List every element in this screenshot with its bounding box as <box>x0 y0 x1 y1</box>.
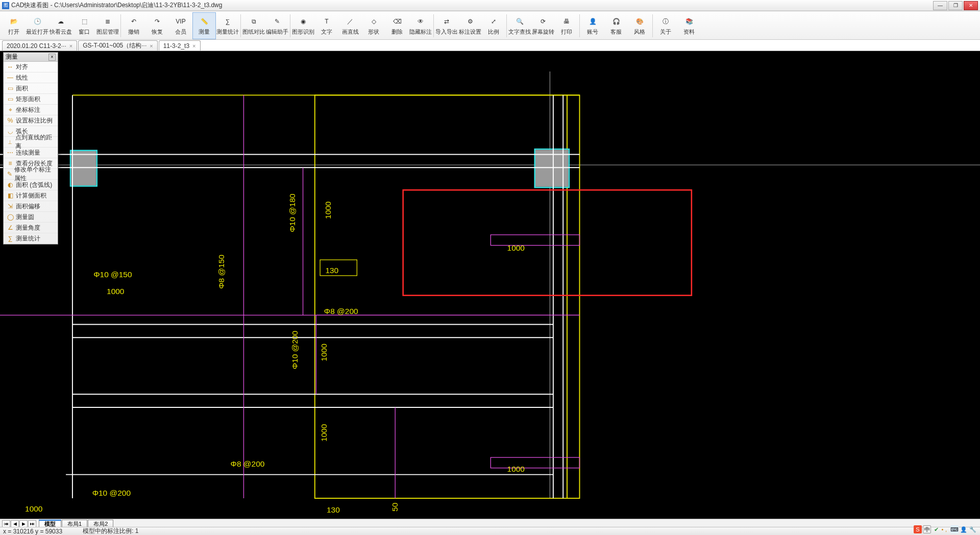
measure-item-icon: ≡ <box>7 160 14 167</box>
toolbar-account-button[interactable]: 👤账号 <box>581 12 604 39</box>
measure-item-icon: ◯ <box>7 213 14 221</box>
toolbar-edit-button[interactable]: ✎编辑助手 <box>265 12 289 39</box>
measure-item[interactable]: ↔对齐 <box>4 62 58 72</box>
toolbar-open-button[interactable]: 📂打开 <box>2 12 26 39</box>
toolbar-rotate-button[interactable]: ⟳屏幕旋转 <box>531 12 555 39</box>
measure-panel-header[interactable]: 测量 × <box>4 53 58 62</box>
measure-item[interactable]: ◐面积 (含弧线) <box>4 180 58 190</box>
toolbar-search-button[interactable]: 🔍文字查找 <box>508 12 531 39</box>
measure-item-icon: ∑ <box>7 235 14 242</box>
toolbar-label: 恢复 <box>152 28 163 36</box>
toolbar-compare-button[interactable]: ⧉图纸对比 <box>242 12 265 39</box>
toolbar-undo-button[interactable]: ↶撤销 <box>122 12 145 39</box>
svg-rect-6 <box>71 151 96 185</box>
minimize-button[interactable]: ― <box>933 1 947 10</box>
layout-nav-last[interactable]: ⏭ <box>28 520 36 527</box>
measure-item-label: 测量角度 <box>16 224 40 232</box>
measure-item[interactable]: ∠测量角度 <box>4 223 58 233</box>
delete-icon: ⌫ <box>391 16 403 27</box>
measure-item-icon: ◐ <box>7 181 14 188</box>
toolbar-shape-button[interactable]: ◇形状 <box>362 12 385 39</box>
measure-item[interactable]: —线性 <box>4 72 58 83</box>
toolbar-window-button[interactable]: ⬚窗口 <box>72 12 96 39</box>
toolbar-hide-button[interactable]: 👁隐藏标注 <box>409 12 432 39</box>
measure-item[interactable]: ⇲面积偏移 <box>4 201 58 212</box>
toolbar-text-button[interactable]: T文字 <box>315 12 338 39</box>
toolbar-measure-button[interactable]: 📏测量 <box>192 12 216 39</box>
tray-keyboard-icon[interactable]: ⌨ <box>950 525 959 533</box>
measure-item[interactable]: ⌖坐标标注 <box>4 105 58 115</box>
measure-item-label: 线性 <box>16 74 28 82</box>
measure-item[interactable]: ✎修改单个标注属性 <box>4 169 58 180</box>
toolbar-delete-button[interactable]: ⌫删除 <box>385 12 409 39</box>
toolbar-service-button[interactable]: 🎧客服 <box>604 12 628 39</box>
file-tab[interactable]: 2020.01.20 C11-3-2···× <box>2 40 77 51</box>
dim-label: 1000 <box>507 465 525 473</box>
svg-rect-27 <box>491 457 579 468</box>
toolbar-line-button[interactable]: ／画直线 <box>338 12 362 39</box>
toolbar-label: 导入导出 <box>435 28 458 36</box>
toolbar-style-button[interactable]: 🎨风格 <box>628 12 651 39</box>
toolbar-data-button[interactable]: 📚资料 <box>677 12 701 39</box>
file-tabbar: 2020.01.20 C11-3-2···×GS-T-001~005（结构···… <box>0 40 980 51</box>
redo-icon: ↷ <box>151 16 163 27</box>
tray-settings-icon[interactable]: 🔧 <box>969 525 977 533</box>
file-tab[interactable]: GS-T-001~005（结构···× <box>78 40 158 51</box>
toolbar-redo-button[interactable]: ↷恢复 <box>145 12 169 39</box>
style-icon: 🎨 <box>633 16 646 27</box>
layout-nav-next[interactable]: ▶ <box>19 520 28 527</box>
tray-person-icon[interactable]: 👤 <box>960 525 968 533</box>
layout-nav-first[interactable]: ⏮ <box>2 520 10 527</box>
tab-close-icon[interactable]: × <box>150 43 153 49</box>
measure-item[interactable]: ◯测量圆 <box>4 212 58 223</box>
file-tab-label: 2020.01.20 C11-3-2··· <box>7 42 66 50</box>
toolbar-export-button[interactable]: ⇄导入导出 <box>435 12 458 39</box>
toolbar-label: 关于 <box>660 28 671 36</box>
drawing-canvas[interactable]: Φ10 @150 1000 Φ8 @150 Φ10 @180 1000 130 … <box>0 51 980 519</box>
measure-item-label: 测量圆 <box>16 213 34 222</box>
toolbar-print-button[interactable]: 🖶打印 <box>555 12 578 39</box>
tray-punct-icon[interactable]: •， <box>941 525 949 533</box>
status-coords: x = 310216 y = 59033 <box>3 528 62 535</box>
toolbar-recent-button[interactable]: 🕒最近打开 <box>26 12 49 39</box>
measure-item[interactable]: ∑测量统计 <box>4 233 58 244</box>
line-icon: ／ <box>344 16 356 27</box>
maximize-button[interactable]: ❐ <box>948 1 963 10</box>
measure-item[interactable]: %设置标注比例 <box>4 115 58 126</box>
measure-item[interactable]: ⟂点到直线的距离 <box>4 137 58 148</box>
measure-panel-close-icon[interactable]: × <box>48 54 56 61</box>
toolbar-cloud-button[interactable]: ☁快看云盘 <box>49 12 72 39</box>
tab-close-icon[interactable]: × <box>69 43 72 49</box>
dim-label: 130 <box>327 505 340 514</box>
toolbar-mstats-button[interactable]: ∑测量统计 <box>216 12 239 39</box>
toolbar-vip-button[interactable]: VIP会员 <box>169 12 192 39</box>
layout-nav-prev[interactable]: ◀ <box>11 520 19 527</box>
measure-item-icon: ✎ <box>7 171 12 178</box>
dim-label: Φ10 @200 <box>290 331 299 369</box>
measure-item-icon: ⇲ <box>7 203 14 210</box>
toolbar-about-button[interactable]: ⓘ关于 <box>654 12 677 39</box>
edit-icon: ✎ <box>271 16 283 27</box>
tray-icon[interactable]: ✔ <box>932 525 940 533</box>
measure-item[interactable]: ◧计算侧面积 <box>4 190 58 201</box>
ime-indicator-icon[interactable]: S <box>914 525 922 533</box>
toolbar-scale-button[interactable]: ⤢比例 <box>482 12 505 39</box>
tab-close-icon[interactable]: × <box>192 43 195 49</box>
file-tab[interactable]: 11-3-2_t3× <box>159 40 201 51</box>
measure-item-label: 面积 (含弧线) <box>16 181 52 189</box>
workspace[interactable]: Φ10 @150 1000 Φ8 @150 Φ10 @180 1000 130 … <box>0 51 980 519</box>
close-button[interactable]: ✕ <box>964 1 978 10</box>
measure-item-icon: ⋯ <box>7 149 14 156</box>
svg-rect-26 <box>491 235 579 246</box>
toolbar-dimset-button[interactable]: ⚙标注设置 <box>458 12 482 39</box>
measure-item[interactable]: ▭面积 <box>4 83 58 94</box>
toolbar-label: 账号 <box>587 28 598 36</box>
app-icon: 图 <box>2 2 9 9</box>
measure-item-icon: ◧ <box>7 192 14 199</box>
measure-item[interactable]: ▭矩形面积 <box>4 94 58 105</box>
ime-lang[interactable]: 中 <box>923 525 931 533</box>
toolbar-layer-button[interactable]: ≣图层管理 <box>96 12 119 39</box>
service-icon: 🎧 <box>610 16 622 27</box>
measure-panel[interactable]: 测量 × ↔对齐—线性▭面积▭矩形面积⌖坐标标注%设置标注比例◡弧长⟂点到直线的… <box>3 52 58 245</box>
toolbar-recog-button[interactable]: ◉图形识别 <box>291 12 315 39</box>
